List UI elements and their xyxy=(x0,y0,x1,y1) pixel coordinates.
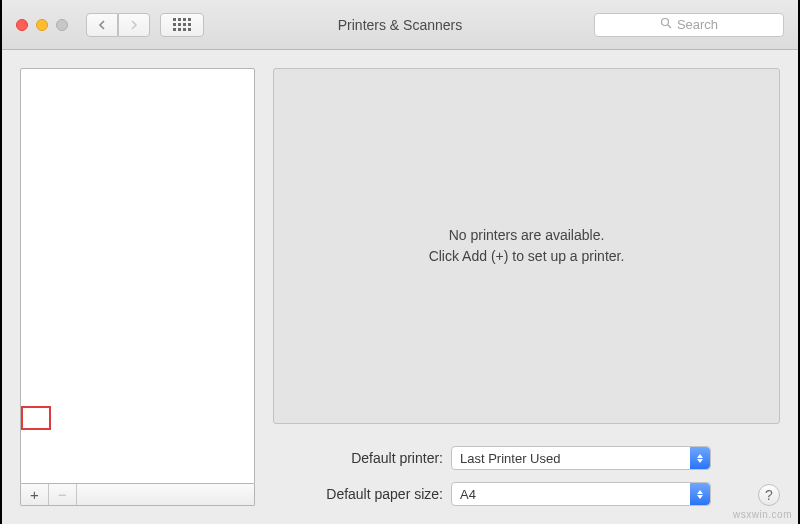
printer-list-column: + − xyxy=(20,68,255,506)
help-button[interactable]: ? xyxy=(758,484,780,506)
watermark: wsxwin.com xyxy=(733,509,792,520)
options-area: Default printer: Last Printer Used Defau… xyxy=(273,446,780,506)
chevron-right-icon xyxy=(130,20,138,30)
add-printer-button[interactable]: + xyxy=(21,484,49,505)
search-icon xyxy=(660,17,672,32)
empty-state-line1: No printers are available. xyxy=(449,225,605,246)
list-controls: + − xyxy=(20,484,255,506)
content-area: + − No printers are available. Click Add… xyxy=(2,50,798,524)
svg-point-0 xyxy=(661,19,668,26)
minus-icon: − xyxy=(58,486,67,503)
stepper-icon xyxy=(690,447,710,469)
window-controls xyxy=(16,19,68,31)
default-printer-row: Default printer: Last Printer Used xyxy=(273,446,776,470)
plus-icon: + xyxy=(30,486,39,503)
search-field[interactable]: Search xyxy=(594,13,784,37)
default-paper-value: A4 xyxy=(460,487,476,502)
default-printer-select[interactable]: Last Printer Used xyxy=(451,446,711,470)
grid-icon xyxy=(173,18,191,31)
chevron-left-icon xyxy=(98,20,106,30)
search-placeholder: Search xyxy=(677,17,718,32)
nav-segment xyxy=(86,13,150,37)
remove-printer-button[interactable]: − xyxy=(49,484,77,505)
empty-state-line2: Click Add (+) to set up a printer. xyxy=(429,246,625,267)
close-window-button[interactable] xyxy=(16,19,28,31)
help-icon: ? xyxy=(765,487,773,503)
detail-panel: No printers are available. Click Add (+)… xyxy=(273,68,780,424)
default-paper-row: Default paper size: A4 xyxy=(273,482,776,506)
zoom-window-button[interactable] xyxy=(56,19,68,31)
forward-button[interactable] xyxy=(118,13,150,37)
printer-list[interactable] xyxy=(20,68,255,484)
stepper-icon xyxy=(690,483,710,505)
svg-line-1 xyxy=(668,25,671,28)
default-printer-value: Last Printer Used xyxy=(460,451,560,466)
preferences-window: Printers & Scanners Search + − No printe… xyxy=(2,0,798,524)
default-paper-label: Default paper size: xyxy=(273,486,443,502)
default-paper-select[interactable]: A4 xyxy=(451,482,711,506)
default-printer-label: Default printer: xyxy=(273,450,443,466)
back-button[interactable] xyxy=(86,13,118,37)
detail-column: No printers are available. Click Add (+)… xyxy=(273,68,780,506)
titlebar: Printers & Scanners Search xyxy=(2,0,798,50)
show-all-button[interactable] xyxy=(160,13,204,37)
minimize-window-button[interactable] xyxy=(36,19,48,31)
